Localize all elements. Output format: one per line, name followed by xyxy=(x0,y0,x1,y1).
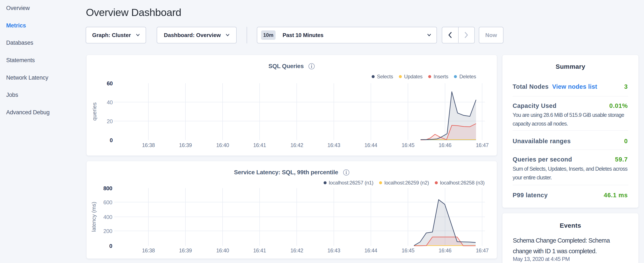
svg-text:16:38: 16:38 xyxy=(142,142,155,148)
svg-text:16:39: 16:39 xyxy=(179,142,192,148)
svg-text:16:46: 16:46 xyxy=(438,247,451,253)
svg-text:16:44: 16:44 xyxy=(364,247,378,253)
svg-text:20: 20 xyxy=(107,118,113,124)
svg-text:16:47: 16:47 xyxy=(476,247,488,253)
svg-text:600: 600 xyxy=(103,199,112,205)
svg-text:16:45: 16:45 xyxy=(402,142,414,148)
svg-text:0: 0 xyxy=(110,137,113,143)
svg-text:16:38: 16:38 xyxy=(142,247,155,253)
svg-text:16:42: 16:42 xyxy=(290,142,303,148)
svg-text:200: 200 xyxy=(103,228,112,234)
svg-text:16:47: 16:47 xyxy=(476,142,488,148)
svg-text:800: 800 xyxy=(103,185,112,191)
svg-text:16:40: 16:40 xyxy=(216,247,229,253)
svg-text:40: 40 xyxy=(107,99,113,106)
svg-text:16:43: 16:43 xyxy=(328,142,340,148)
svg-text:queries: queries xyxy=(91,102,98,120)
svg-text:16:40: 16:40 xyxy=(216,142,229,148)
svg-text:16:39: 16:39 xyxy=(179,247,192,253)
svg-text:60: 60 xyxy=(107,80,113,87)
svg-text:16:45: 16:45 xyxy=(402,247,414,253)
svg-text:16:41: 16:41 xyxy=(253,247,266,253)
svg-text:16:43: 16:43 xyxy=(328,247,340,253)
svg-text:latency (ms): latency (ms) xyxy=(90,202,97,232)
svg-text:16:46: 16:46 xyxy=(438,142,451,148)
svg-text:0: 0 xyxy=(109,243,112,249)
svg-text:16:44: 16:44 xyxy=(364,142,378,148)
svg-text:16:42: 16:42 xyxy=(290,247,303,253)
svg-text:400: 400 xyxy=(103,214,112,220)
svg-text:16:41: 16:41 xyxy=(253,142,266,148)
